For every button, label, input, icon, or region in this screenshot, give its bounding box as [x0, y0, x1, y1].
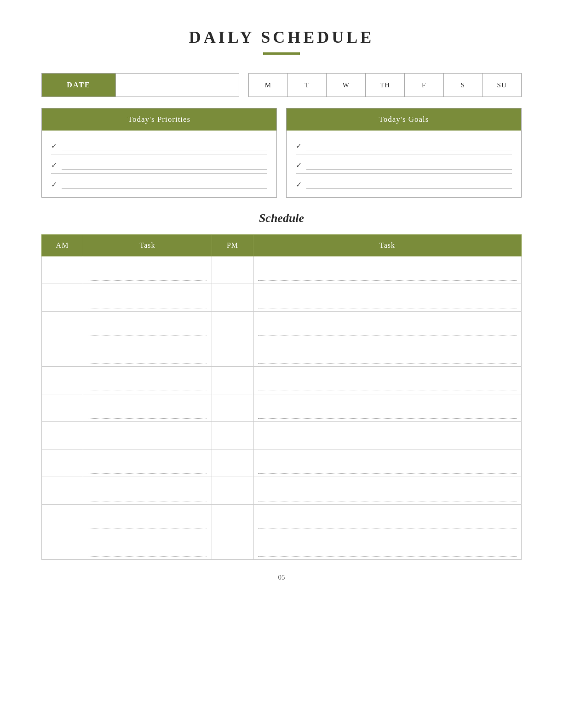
col-task-pm: Task [253, 235, 522, 256]
schedule-table: AM Task PM Task [41, 234, 522, 560]
title-underline [263, 52, 300, 55]
am-task-cell[interactable] [83, 284, 212, 312]
priority-item-2: ✓ [51, 154, 267, 174]
schedule-row [42, 449, 522, 477]
am-time-cell[interactable] [42, 312, 83, 339]
pm-task-cell[interactable] [253, 312, 522, 339]
pm-time-cell[interactable] [212, 532, 253, 560]
pm-time-cell[interactable] [212, 394, 253, 422]
priority-item-1: ✓ [51, 135, 267, 154]
schedule-row [42, 339, 522, 367]
col-am: AM [42, 235, 83, 256]
priority-line-2[interactable] [62, 161, 267, 170]
page-number: 05 [41, 574, 522, 581]
schedule-row [42, 477, 522, 505]
pm-time-cell[interactable] [212, 449, 253, 477]
schedule-row [42, 367, 522, 394]
priorities-goals-row: Today's Priorities ✓ ✓ ✓ Today's Goals [41, 108, 522, 198]
pm-time-cell[interactable] [212, 256, 253, 284]
pm-task-cell[interactable] [253, 284, 522, 312]
pm-time-cell[interactable] [212, 312, 253, 339]
day-W[interactable]: W [327, 74, 366, 97]
schedule-header-row: AM Task PM Task [42, 235, 522, 256]
priorities-items: ✓ ✓ ✓ [42, 131, 276, 197]
goal-item-1: ✓ [296, 135, 512, 154]
pm-time-cell[interactable] [212, 505, 253, 532]
goal-line-3[interactable] [306, 181, 512, 189]
schedule-row [42, 532, 522, 560]
am-time-cell[interactable] [42, 477, 83, 505]
priorities-header: Today's Priorities [42, 108, 276, 131]
day-T[interactable]: T [288, 74, 327, 97]
day-F[interactable]: F [405, 74, 444, 97]
date-input[interactable] [115, 74, 239, 97]
am-task-cell[interactable] [83, 477, 212, 505]
pm-task-cell[interactable] [253, 367, 522, 394]
day-SU[interactable]: SU [483, 74, 521, 97]
am-task-cell[interactable] [83, 505, 212, 532]
pm-task-cell[interactable] [253, 505, 522, 532]
day-S[interactable]: S [444, 74, 483, 97]
am-time-cell[interactable] [42, 284, 83, 312]
goal-line-1[interactable] [306, 142, 512, 150]
am-time-cell[interactable] [42, 256, 83, 284]
schedule-body [42, 256, 522, 560]
am-time-cell[interactable] [42, 505, 83, 532]
pm-task-cell[interactable] [253, 477, 522, 505]
goal-check-icon-3: ✓ [296, 180, 302, 189]
col-pm: PM [212, 235, 253, 256]
pm-time-cell[interactable] [212, 284, 253, 312]
am-time-cell[interactable] [42, 449, 83, 477]
pm-time-cell[interactable] [212, 422, 253, 449]
pm-task-cell[interactable] [253, 394, 522, 422]
date-label: DATE [42, 74, 115, 97]
pm-time-cell[interactable] [212, 339, 253, 367]
goal-check-icon-2: ✓ [296, 161, 302, 170]
day-M[interactable]: M [249, 74, 288, 97]
pm-task-cell[interactable] [253, 449, 522, 477]
priority-item-3: ✓ [51, 174, 267, 193]
page-title: DAILY SCHEDULE [41, 28, 522, 47]
check-icon-2: ✓ [51, 161, 57, 170]
am-time-cell[interactable] [42, 367, 83, 394]
check-icon-1: ✓ [51, 142, 57, 150]
goals-header: Today's Goals [287, 108, 521, 131]
am-time-cell[interactable] [42, 422, 83, 449]
goals-items: ✓ ✓ ✓ [287, 131, 521, 197]
pm-task-cell[interactable] [253, 532, 522, 560]
schedule-row [42, 505, 522, 532]
check-icon-3: ✓ [51, 180, 57, 189]
date-section: DATE [41, 73, 239, 97]
am-task-cell[interactable] [83, 367, 212, 394]
am-task-cell[interactable] [83, 532, 212, 560]
schedule-heading: Schedule [41, 211, 522, 225]
col-task-am: Task [83, 235, 212, 256]
day-TH[interactable]: TH [366, 74, 405, 97]
schedule-row [42, 284, 522, 312]
pm-task-cell[interactable] [253, 339, 522, 367]
am-task-cell[interactable] [83, 256, 212, 284]
am-task-cell[interactable] [83, 422, 212, 449]
goal-line-2[interactable] [306, 161, 512, 170]
am-task-cell[interactable] [83, 394, 212, 422]
pm-task-cell[interactable] [253, 422, 522, 449]
am-task-cell[interactable] [83, 312, 212, 339]
pm-time-cell[interactable] [212, 477, 253, 505]
am-time-cell[interactable] [42, 394, 83, 422]
am-task-cell[interactable] [83, 339, 212, 367]
days-section: M T W TH F S SU [248, 73, 522, 97]
goals-section: Today's Goals ✓ ✓ ✓ [286, 108, 522, 198]
pm-time-cell[interactable] [212, 367, 253, 394]
priority-line-3[interactable] [62, 181, 267, 189]
am-time-cell[interactable] [42, 339, 83, 367]
schedule-row [42, 394, 522, 422]
am-time-cell[interactable] [42, 532, 83, 560]
goal-item-2: ✓ [296, 154, 512, 174]
date-row: DATE M T W TH F S SU [41, 73, 522, 97]
am-task-cell[interactable] [83, 449, 212, 477]
page: DAILY SCHEDULE DATE M T W TH F S SU Toda… [0, 0, 563, 728]
pm-task-cell[interactable] [253, 256, 522, 284]
priority-line-1[interactable] [62, 142, 267, 150]
schedule-row [42, 422, 522, 449]
goal-item-3: ✓ [296, 174, 512, 193]
